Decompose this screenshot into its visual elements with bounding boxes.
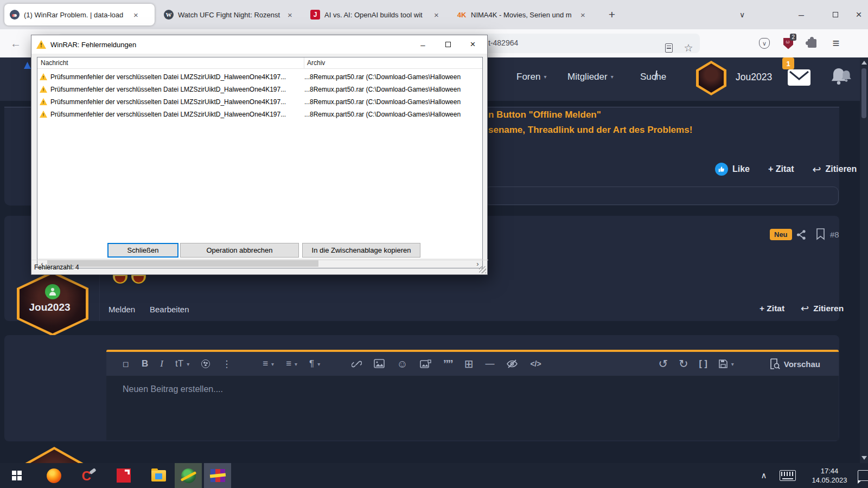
header-username[interactable]: Jou2023 — [736, 72, 772, 83]
scroll-down-icon[interactable] — [861, 456, 867, 460]
like-icon[interactable] — [715, 163, 728, 176]
tab-openai[interactable]: J AI vs. AI: OpenAI builds tool wit × — [305, 4, 447, 25]
undo-icon[interactable]: ↺ — [658, 357, 668, 370]
mail-badge: 1 — [782, 57, 794, 69]
dialog-minimize-button[interactable]: – — [411, 35, 435, 54]
link-icon[interactable] — [352, 359, 362, 369]
column-archiv[interactable]: Archiv — [307, 59, 325, 67]
close-tab-icon[interactable]: × — [432, 10, 441, 20]
bookmark-star-icon[interactable]: ☆ — [679, 34, 698, 62]
window-minimize-button[interactable]: – — [790, 0, 812, 29]
list-header: Nachricht Archiv — [37, 57, 482, 69]
close-tab-icon[interactable]: × — [285, 10, 295, 20]
edit-link[interactable]: Bearbeiten — [150, 305, 189, 314]
pocket-icon[interactable]: ∨ — [755, 29, 774, 57]
emoji-icon[interactable]: ☺ — [397, 358, 407, 370]
error-row[interactable]: ! Prüfsummenfehler der verschlüsselten D… — [37, 70, 482, 83]
save-draft-button[interactable]: ▾ — [718, 359, 734, 369]
back-icon[interactable]: ← — [7, 29, 25, 57]
window-restore-button[interactable] — [825, 0, 846, 29]
start-button[interactable] — [3, 463, 30, 488]
warning-icon: ! — [40, 98, 47, 105]
scroll-up-icon[interactable] — [861, 61, 867, 65]
tab-winrar-problem[interactable]: (1) WinRar Problem. | data-load × — [4, 4, 155, 25]
post8-actions: + Zitat ↩ Zitieren — [760, 303, 844, 314]
column-nachricht[interactable]: Nachricht — [41, 59, 68, 67]
font-size-button[interactable]: tT▾ — [175, 358, 189, 369]
taskbar-firefox-icon[interactable] — [40, 463, 67, 488]
resize-grip[interactable] — [479, 266, 486, 273]
reader-mode-icon[interactable] — [660, 34, 678, 62]
nav-item-mitglieder[interactable]: Mitglieder▾ — [567, 72, 614, 82]
close-tab-icon[interactable]: × — [131, 10, 141, 20]
list-tabs-button[interactable]: ∨ — [731, 0, 753, 29]
redo-icon[interactable]: ↻ — [679, 357, 688, 370]
dialog-close-button[interactable]: × — [461, 35, 485, 54]
hr-icon[interactable]: — — [485, 358, 494, 369]
code-icon[interactable]: </> — [530, 359, 541, 368]
like-button[interactable]: Like — [732, 164, 750, 174]
window-close-button[interactable]: × — [848, 0, 868, 29]
image-icon[interactable] — [374, 359, 385, 369]
tab-ufc[interactable]: W Watch UFC Fight Night: Rozenst × — [158, 4, 301, 25]
nav-item-suche[interactable]: Suche — [640, 72, 666, 82]
taskbar-explorer-icon[interactable] — [145, 463, 172, 488]
tray-expand-chevron[interactable]: ∧ — [754, 463, 774, 488]
post-number[interactable]: #8 — [830, 230, 839, 239]
align-button[interactable]: ≡▾ — [286, 358, 297, 369]
extensions-puzzle-icon[interactable] — [803, 29, 821, 57]
spoiler-eye-off-icon[interactable] — [506, 359, 518, 369]
dialog-maximize-button[interactable] — [436, 35, 460, 54]
warning-icon: ! — [40, 73, 47, 80]
quote-button[interactable]: Zitieren — [826, 164, 857, 174]
scrollbar-thumb[interactable] — [861, 68, 866, 118]
text-color-button[interactable] — [201, 359, 210, 368]
copy-to-clipboard-button[interactable]: In die Zwischenablage kopieren — [302, 243, 420, 258]
close-tab-icon[interactable]: × — [578, 10, 588, 20]
taskbar-winrar-icon[interactable] — [204, 463, 231, 488]
warning-icon: ! — [36, 40, 46, 49]
more-options-button[interactable]: ⋮ — [222, 358, 231, 370]
media-upload-icon[interactable] — [420, 359, 431, 369]
adblock-shield-icon[interactable]: 2 — [779, 29, 797, 57]
error-row[interactable]: ! Prüfsummenfehler der verschlüsselten D… — [37, 95, 482, 108]
eraser-icon[interactable]: ◇ — [119, 357, 132, 370]
post-author[interactable]: Jou2023 — [0, 301, 99, 313]
close-button[interactable]: Schließen — [107, 243, 178, 258]
tab-nima4k[interactable]: 4K NIMA4K - Movies, Serien und m × — [451, 4, 593, 25]
notifications-bell-icon[interactable] — [829, 65, 855, 89]
preview-button[interactable]: Vorschau — [770, 358, 820, 369]
screen: n▾ Foren▾ Mitglieder▾ Suche Jou2023 1 n … — [0, 0, 868, 488]
new-tab-button[interactable]: + — [601, 0, 623, 29]
scrollbar-thumb[interactable] — [47, 260, 318, 267]
quote-button[interactable]: Zitieren — [813, 304, 844, 313]
menu-hamburger-icon[interactable]: ≡ — [827, 29, 845, 57]
table-icon[interactable]: ⊞ — [464, 357, 474, 370]
error-row[interactable]: ! Prüfsummenfehler der verschlüsselten D… — [37, 108, 482, 120]
taskbar-ccleaner-icon[interactable]: C — [75, 463, 103, 488]
mail-icon[interactable] — [788, 69, 810, 86]
add-quote-button[interactable]: + Zitat — [760, 304, 784, 313]
clock-time: 17:44 — [806, 466, 853, 476]
list-button[interactable]: ≡▾ — [263, 358, 274, 369]
bookmark-icon[interactable] — [816, 228, 825, 240]
nav-item-foren[interactable]: Foren▾ — [516, 72, 546, 82]
taskbar-clock[interactable]: 17:44 14.05.2023 — [806, 466, 853, 485]
touch-keyboard-icon[interactable] — [776, 463, 800, 488]
abort-operation-button[interactable]: Operation abbrechen — [180, 243, 299, 258]
share-icon[interactable] — [795, 229, 807, 241]
report-link[interactable]: Melden — [108, 305, 135, 314]
error-row[interactable]: ! Prüfsummenfehler der verschlüsselten D… — [37, 83, 482, 95]
editor-textarea[interactable]: Neuen Beitrag erstellen.... — [106, 376, 839, 440]
taskbar-amd-icon[interactable] — [110, 463, 137, 488]
quote-icon[interactable]: ”” — [443, 357, 452, 370]
4k-favicon: 4K — [457, 10, 467, 20]
taskbar-jdownloader-icon[interactable] — [175, 463, 202, 488]
paragraph-button[interactable]: ¶▾ — [309, 358, 320, 369]
action-center-icon[interactable] — [854, 463, 868, 488]
add-quote-button[interactable]: + Zitat — [768, 164, 794, 174]
page-scrollbar[interactable] — [860, 57, 868, 463]
bold-button[interactable]: B — [142, 358, 148, 369]
italic-button[interactable]: I — [160, 358, 163, 369]
source-brackets-icon[interactable]: [ ] — [699, 359, 707, 369]
